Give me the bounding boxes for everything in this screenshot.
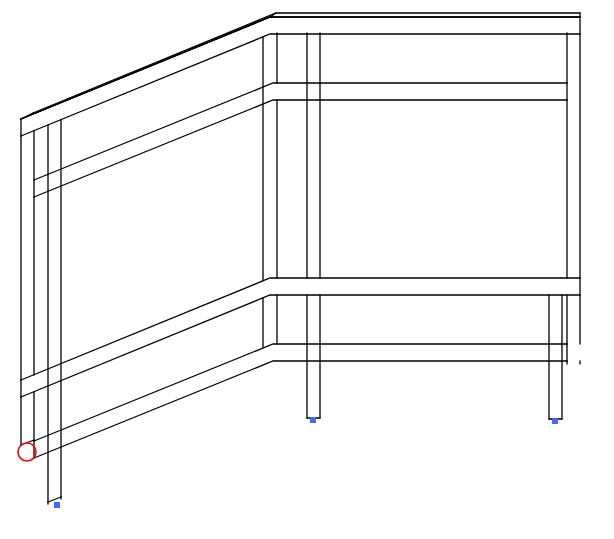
railing-diagram (0, 0, 614, 539)
floor-markers (54, 417, 558, 508)
svg-line-22 (48, 497, 61, 502)
floor-marker (310, 417, 316, 423)
floor-marker (552, 418, 558, 424)
wireframe-lines (21, 13, 580, 504)
selection-highlight-circle (18, 443, 36, 461)
svg-line-7 (21, 113, 33, 119)
floor-marker (54, 502, 60, 508)
